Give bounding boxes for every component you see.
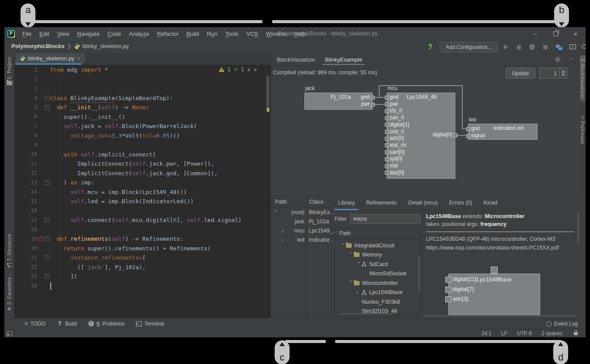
port-mcu-can_0[interactable] (385, 116, 389, 120)
fold-marker-icon[interactable]: − (45, 218, 49, 222)
column-class[interactable]: Class (309, 198, 324, 205)
code-line[interactable]: 18 (14, 225, 270, 235)
add-configuration-button[interactable]: Add Configuration... (440, 42, 498, 52)
tab-refinements[interactable]: Refinements (366, 196, 397, 210)
code-line[interactable]: 10 with self.implicit_connect( (14, 150, 270, 159)
preview-window-icon[interactable] (569, 43, 576, 51)
code-line[interactable]: 4−class BlinkyExample(SimpleBoardTop): (14, 94, 270, 103)
port-mcu-xtal_rtc[interactable] (385, 143, 389, 147)
code-line[interactable]: 19↑− def refinements(self) -> Refinement… (14, 234, 270, 244)
column-path[interactable]: Path (271, 198, 309, 205)
sidebar-item-structure[interactable]: 7: Structure (4, 234, 14, 268)
library-preview-diagram[interactable]: Lpc1549Base digital[11]digital[7]adc[3] (421, 254, 580, 315)
tree-expand-icon[interactable]: › (349, 252, 353, 258)
tab-kicad[interactable]: Kicad (484, 196, 497, 210)
code-line[interactable]: 11 ImplicitConnect(self.jack.pwr, [Power… (14, 159, 270, 169)
code-line[interactable]: 8 voltage_out=3.3*Volt(tol=0.05))) (14, 131, 270, 141)
tab-blockvisualizer[interactable]: BlockVisualizer (277, 53, 315, 66)
code-line[interactable]: 15 self.led = imp.Block(IndicatorLed()) (14, 197, 270, 206)
spinner-up-icon[interactable] (562, 70, 565, 73)
library-tree-row[interactable]: ›Lpc1549Base (335, 288, 421, 298)
tab-close-icon[interactable]: × (77, 55, 80, 62)
code-line[interactable]: 7 self.jack = self.Block(PowerBarrelJack… (14, 121, 270, 131)
inspections-widget[interactable]: 1 ✔ 1 ∧ ∨ (219, 66, 257, 73)
minimize-button[interactable]: – (525, 27, 545, 40)
tab-library[interactable]: Library (338, 196, 355, 210)
breadcrumb-file[interactable]: blinky_skeleton.py (83, 43, 129, 49)
tab-detail-mcu-[interactable]: Detail (mcu) (408, 196, 437, 210)
code-line[interactable]: 12 ImplicitConnect(self.jack.gnd, [Commo… (14, 169, 270, 178)
tool-window-switcher-icon[interactable] (7, 331, 12, 336)
update-button[interactable]: Update (506, 68, 535, 79)
tree-expand-icon[interactable]: › (273, 210, 278, 215)
tree-expand-icon[interactable]: › (349, 280, 353, 286)
caret-position[interactable]: 24:1 (482, 330, 492, 336)
code-line[interactable]: 3 (14, 84, 270, 94)
file-encoding[interactable]: UTF-8 (517, 330, 532, 336)
code-line[interactable]: 5− def __init__(self) -> None: (14, 103, 270, 112)
code-line[interactable]: 23− ]) (14, 272, 270, 281)
port-mcu-adc[0][interactable] (385, 137, 389, 141)
tree-expand-icon[interactable]: › (356, 290, 362, 295)
port-mcu-usb_0[interactable] (385, 130, 389, 134)
build-hammer-icon[interactable] (426, 43, 434, 51)
code-line[interactable]: 17− self.connect(self.mcu.digital[0], se… (14, 215, 270, 225)
code-line[interactable]: 21− instance_refinements=[ (14, 253, 270, 263)
sidebar-item-blockvisualizer[interactable]: BlockVisualizer (580, 55, 586, 102)
library-tree-hscrollbar[interactable] (339, 313, 392, 315)
menu-tools[interactable]: Tools (221, 31, 242, 37)
library-tree-scrollbar[interactable] (418, 256, 420, 292)
lock-icon[interactable] (574, 332, 578, 335)
port-mcu-digital[1][interactable] (385, 123, 389, 127)
toolwindow-todo[interactable]: ≡ TODO (24, 320, 45, 327)
debug-bug-icon[interactable] (515, 43, 523, 51)
hide-panel-icon[interactable]: – (570, 55, 573, 62)
iteration-spinner[interactable]: 1 (539, 68, 567, 79)
sidebar-item-favorites[interactable]: 2: Favorites ★ (4, 277, 14, 312)
code-line[interactable]: 9 (14, 140, 270, 150)
run-icon[interactable] (502, 43, 510, 51)
menu-analyze[interactable]: Analyze (125, 31, 153, 37)
stop-icon[interactable] (541, 43, 549, 51)
fold-marker-icon[interactable]: − (45, 255, 49, 260)
tab-blinkyexample[interactable]: BlinkyExample (325, 53, 362, 66)
port-jack-pwr[interactable] (371, 103, 375, 107)
sidebar-item-psiviewer[interactable]: ψ PsiViewer (580, 113, 586, 147)
fold-marker-icon[interactable]: − (45, 180, 49, 185)
line-ending[interactable]: LF (501, 330, 507, 336)
preview-top-port[interactable] (491, 267, 498, 274)
port-mcu-spi[0][interactable] (385, 157, 389, 161)
menu-code[interactable]: Code (104, 31, 125, 37)
restore-button[interactable] (545, 27, 566, 40)
library-tree-row[interactable]: ›Memory (335, 250, 421, 260)
port-mcu-gnd[interactable] (385, 96, 389, 100)
toolwindow-terminal[interactable]: ▸_ Terminal (136, 321, 164, 327)
code-line[interactable]: 6 super().__init__() (14, 112, 270, 122)
tree-expand-icon[interactable]: › (282, 229, 287, 233)
library-tree-row[interactable]: ›IntegratedCircuit (335, 241, 421, 250)
toolwindow-problems[interactable]: ! 6: Problems (88, 321, 125, 327)
tree-expand-icon[interactable]: › (357, 261, 361, 267)
code-line[interactable]: 16 (14, 206, 270, 216)
editor-scrollbar[interactable] (266, 76, 269, 111)
port-mcu-digital[0][interactable] (454, 133, 457, 137)
menu-build[interactable]: Build (182, 31, 203, 37)
override-marker-icon[interactable]: ↑ (38, 236, 43, 242)
design-tree-row[interactable]: jackPj_102a (271, 217, 331, 226)
prev-problem-icon[interactable]: ∧ (247, 67, 251, 73)
project-structure-icon[interactable] (555, 43, 563, 51)
code-line[interactable]: 22 (['jack'], Pj_102a), (14, 263, 270, 272)
port-led-signal[interactable] (466, 134, 470, 138)
port-led-gnd[interactable] (466, 127, 470, 131)
tab-errors-0-[interactable]: Errors (0) (449, 196, 472, 210)
fold-marker-icon[interactable]: − (45, 274, 49, 279)
code-editor[interactable]: 1from edg import *234−class BlinkyExampl… (14, 65, 270, 318)
tree-expand-icon[interactable]: › (282, 238, 287, 242)
port-mcu-uart[0][interactable] (385, 150, 389, 154)
detail-datasheet-link[interactable]: https://www.nxp.com/docs/en/data-sheet/L… (426, 245, 559, 251)
library-tree-row[interactable]: ›SdCard (335, 260, 421, 269)
port-mcu-dac[0][interactable] (385, 171, 389, 175)
toolwindow-eventlog[interactable]: Event Log (546, 321, 578, 327)
library-tree-header[interactable]: Path (335, 228, 421, 239)
menu-run[interactable]: Run (203, 31, 221, 37)
